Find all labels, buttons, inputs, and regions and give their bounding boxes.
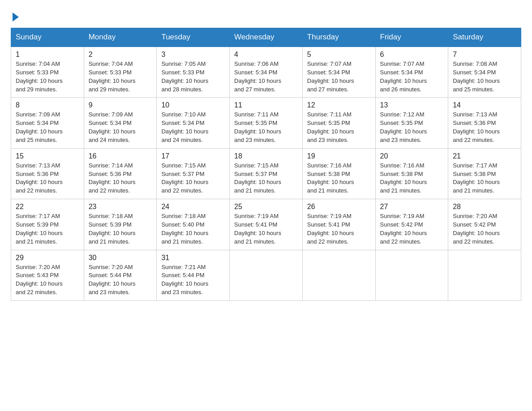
day-number: 26 xyxy=(307,203,371,211)
logo-arrow-icon xyxy=(13,13,19,21)
calendar-table: SundayMondayTuesdayWednesdayThursdayFrid… xyxy=(11,28,521,301)
header-monday: Monday xyxy=(84,28,157,47)
day-info: Sunrise: 7:15 AMSunset: 5:37 PMDaylight:… xyxy=(234,162,281,194)
logo xyxy=(11,11,19,20)
day-number: 28 xyxy=(453,203,516,211)
day-info: Sunrise: 7:07 AMSunset: 5:34 PMDaylight:… xyxy=(380,60,427,93)
day-number: 11 xyxy=(234,101,298,109)
day-number: 29 xyxy=(16,254,79,262)
calendar-cell xyxy=(230,250,303,300)
day-number: 9 xyxy=(89,101,152,109)
day-info: Sunrise: 7:21 AMSunset: 5:44 PMDaylight:… xyxy=(161,264,208,296)
day-info: Sunrise: 7:19 AMSunset: 5:41 PMDaylight:… xyxy=(234,213,281,245)
day-number: 20 xyxy=(380,152,444,160)
page-header xyxy=(11,11,521,20)
day-number: 22 xyxy=(16,203,79,211)
calendar-cell: 15 Sunrise: 7:13 AMSunset: 5:36 PMDaylig… xyxy=(11,148,84,199)
day-info: Sunrise: 7:17 AMSunset: 5:39 PMDaylight:… xyxy=(16,213,63,245)
calendar-cell: 31 Sunrise: 7:21 AMSunset: 5:44 PMDaylig… xyxy=(157,250,230,300)
day-info: Sunrise: 7:04 AMSunset: 5:33 PMDaylight:… xyxy=(89,60,136,93)
header-thursday: Thursday xyxy=(302,28,375,47)
day-number: 13 xyxy=(380,101,444,109)
header-wednesday: Wednesday xyxy=(230,28,303,47)
calendar-cell: 21 Sunrise: 7:17 AMSunset: 5:38 PMDaylig… xyxy=(448,148,521,199)
calendar-cell: 16 Sunrise: 7:14 AMSunset: 5:36 PMDaylig… xyxy=(84,148,157,199)
calendar-cell xyxy=(448,250,521,300)
calendar-cell: 4 Sunrise: 7:06 AMSunset: 5:34 PMDayligh… xyxy=(230,47,303,98)
day-number: 21 xyxy=(453,152,516,160)
calendar-header-row: SundayMondayTuesdayWednesdayThursdayFrid… xyxy=(11,28,521,47)
calendar-cell: 30 Sunrise: 7:20 AMSunset: 5:44 PMDaylig… xyxy=(84,250,157,300)
calendar-cell xyxy=(302,250,375,300)
day-number: 16 xyxy=(89,152,152,160)
day-info: Sunrise: 7:18 AMSunset: 5:40 PMDaylight:… xyxy=(161,213,208,245)
day-number: 7 xyxy=(453,51,516,59)
header-tuesday: Tuesday xyxy=(157,28,230,47)
day-number: 24 xyxy=(161,203,225,211)
day-number: 6 xyxy=(380,51,444,59)
calendar-week-3: 15 Sunrise: 7:13 AMSunset: 5:36 PMDaylig… xyxy=(11,148,521,199)
header-sunday: Sunday xyxy=(11,28,84,47)
day-info: Sunrise: 7:19 AMSunset: 5:41 PMDaylight:… xyxy=(307,213,354,245)
calendar-week-4: 22 Sunrise: 7:17 AMSunset: 5:39 PMDaylig… xyxy=(11,199,521,250)
day-info: Sunrise: 7:11 AMSunset: 5:35 PMDaylight:… xyxy=(234,111,281,143)
calendar-cell: 8 Sunrise: 7:09 AMSunset: 5:34 PMDayligh… xyxy=(11,98,84,148)
calendar-cell: 25 Sunrise: 7:19 AMSunset: 5:41 PMDaylig… xyxy=(230,199,303,250)
day-number: 18 xyxy=(234,152,298,160)
day-number: 10 xyxy=(161,101,225,109)
calendar-cell: 17 Sunrise: 7:15 AMSunset: 5:37 PMDaylig… xyxy=(157,148,230,199)
day-info: Sunrise: 7:06 AMSunset: 5:34 PMDaylight:… xyxy=(234,60,281,93)
day-info: Sunrise: 7:20 AMSunset: 5:43 PMDaylight:… xyxy=(16,264,63,296)
calendar-week-1: 1 Sunrise: 7:04 AMSunset: 5:33 PMDayligh… xyxy=(11,47,521,98)
day-number: 2 xyxy=(89,51,152,59)
day-number: 3 xyxy=(161,51,225,59)
calendar-week-2: 8 Sunrise: 7:09 AMSunset: 5:34 PMDayligh… xyxy=(11,98,521,148)
calendar-cell: 19 Sunrise: 7:16 AMSunset: 5:38 PMDaylig… xyxy=(302,148,375,199)
calendar-cell: 23 Sunrise: 7:18 AMSunset: 5:39 PMDaylig… xyxy=(84,199,157,250)
calendar-cell: 10 Sunrise: 7:10 AMSunset: 5:34 PMDaylig… xyxy=(157,98,230,148)
day-number: 17 xyxy=(161,152,225,160)
header-saturday: Saturday xyxy=(448,28,521,47)
day-info: Sunrise: 7:10 AMSunset: 5:34 PMDaylight:… xyxy=(161,111,208,143)
day-number: 1 xyxy=(16,51,79,59)
calendar-week-5: 29 Sunrise: 7:20 AMSunset: 5:43 PMDaylig… xyxy=(11,250,521,300)
calendar-cell: 3 Sunrise: 7:05 AMSunset: 5:33 PMDayligh… xyxy=(157,47,230,98)
calendar-cell: 20 Sunrise: 7:16 AMSunset: 5:38 PMDaylig… xyxy=(375,148,448,199)
calendar-cell xyxy=(375,250,448,300)
day-number: 31 xyxy=(161,254,225,262)
day-info: Sunrise: 7:09 AMSunset: 5:34 PMDaylight:… xyxy=(16,111,63,143)
day-info: Sunrise: 7:16 AMSunset: 5:38 PMDaylight:… xyxy=(380,162,427,194)
day-number: 25 xyxy=(234,203,298,211)
calendar-cell: 6 Sunrise: 7:07 AMSunset: 5:34 PMDayligh… xyxy=(375,47,448,98)
calendar-cell: 14 Sunrise: 7:13 AMSunset: 5:36 PMDaylig… xyxy=(448,98,521,148)
day-info: Sunrise: 7:20 AMSunset: 5:44 PMDaylight:… xyxy=(89,264,136,296)
day-number: 14 xyxy=(453,101,516,109)
calendar-cell: 9 Sunrise: 7:09 AMSunset: 5:34 PMDayligh… xyxy=(84,98,157,148)
calendar-cell: 2 Sunrise: 7:04 AMSunset: 5:33 PMDayligh… xyxy=(84,47,157,98)
day-number: 4 xyxy=(234,51,298,59)
calendar-cell: 13 Sunrise: 7:12 AMSunset: 5:35 PMDaylig… xyxy=(375,98,448,148)
day-info: Sunrise: 7:12 AMSunset: 5:35 PMDaylight:… xyxy=(380,111,427,143)
day-info: Sunrise: 7:19 AMSunset: 5:42 PMDaylight:… xyxy=(380,213,427,245)
header-friday: Friday xyxy=(375,28,448,47)
calendar-cell: 26 Sunrise: 7:19 AMSunset: 5:41 PMDaylig… xyxy=(302,199,375,250)
day-info: Sunrise: 7:14 AMSunset: 5:36 PMDaylight:… xyxy=(89,162,136,194)
calendar-cell: 28 Sunrise: 7:20 AMSunset: 5:42 PMDaylig… xyxy=(448,199,521,250)
day-number: 12 xyxy=(307,101,371,109)
day-info: Sunrise: 7:17 AMSunset: 5:38 PMDaylight:… xyxy=(453,162,500,194)
calendar-cell: 5 Sunrise: 7:07 AMSunset: 5:34 PMDayligh… xyxy=(302,47,375,98)
day-info: Sunrise: 7:09 AMSunset: 5:34 PMDaylight:… xyxy=(89,111,136,143)
day-info: Sunrise: 7:13 AMSunset: 5:36 PMDaylight:… xyxy=(453,111,500,143)
calendar-cell: 22 Sunrise: 7:17 AMSunset: 5:39 PMDaylig… xyxy=(11,199,84,250)
calendar-cell: 27 Sunrise: 7:19 AMSunset: 5:42 PMDaylig… xyxy=(375,199,448,250)
day-info: Sunrise: 7:18 AMSunset: 5:39 PMDaylight:… xyxy=(89,213,136,245)
day-number: 8 xyxy=(16,101,79,109)
day-number: 15 xyxy=(16,152,79,160)
day-info: Sunrise: 7:16 AMSunset: 5:38 PMDaylight:… xyxy=(307,162,354,194)
calendar-cell: 7 Sunrise: 7:08 AMSunset: 5:34 PMDayligh… xyxy=(448,47,521,98)
day-number: 27 xyxy=(380,203,444,211)
day-info: Sunrise: 7:15 AMSunset: 5:37 PMDaylight:… xyxy=(161,162,208,194)
calendar-cell: 12 Sunrise: 7:11 AMSunset: 5:35 PMDaylig… xyxy=(302,98,375,148)
day-info: Sunrise: 7:11 AMSunset: 5:35 PMDaylight:… xyxy=(307,111,354,143)
day-number: 5 xyxy=(307,51,371,59)
